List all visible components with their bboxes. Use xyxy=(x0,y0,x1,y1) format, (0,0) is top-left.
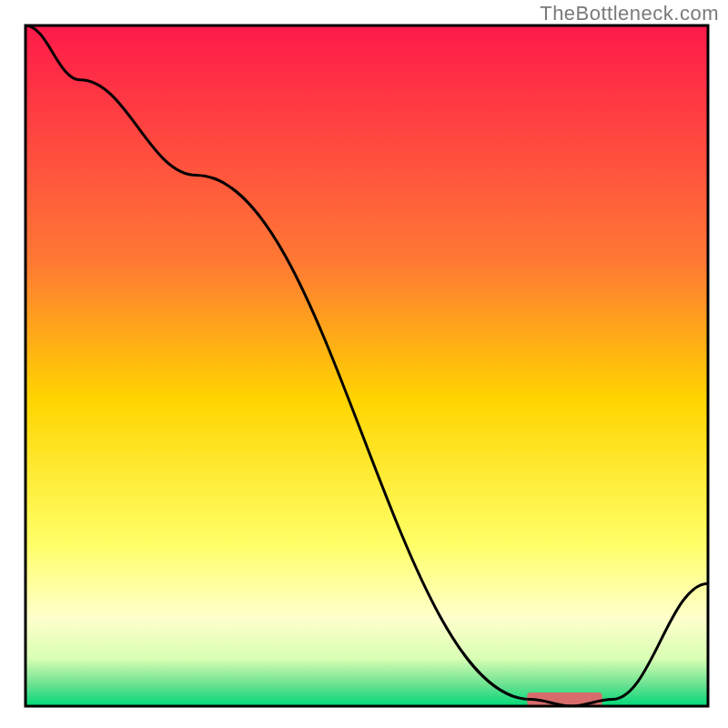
bottleneck-chart xyxy=(0,0,728,728)
gradient-background xyxy=(25,25,708,706)
watermark-text: TheBottleneck.com xyxy=(540,2,719,25)
chart-container: TheBottleneck.com xyxy=(0,0,728,728)
